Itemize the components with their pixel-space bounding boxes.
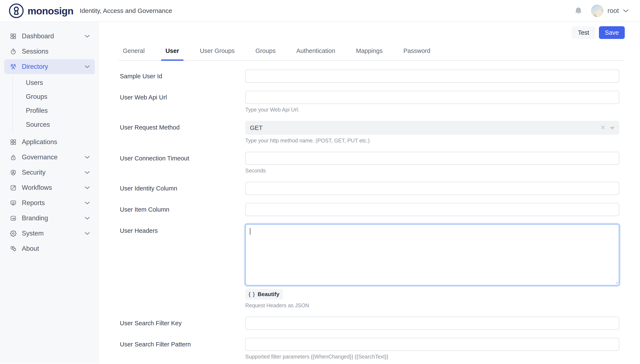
form-row: User Request Method GET ✕ Type your http… [119,121,619,144]
field-label: User Connection Timeout [119,152,245,162]
sidebar-item-label: Branding [22,214,48,222]
sidebar-item-branding[interactable]: Branding [4,211,95,226]
sidebar-item-workflows[interactable]: Workflows [4,180,95,195]
brand-tagline: Identity, Access and Governance [80,7,172,14]
sample-user-id-input[interactable] [245,70,619,83]
user-request-method-select[interactable]: GET ✕ [245,121,619,135]
field-label: User Request Method [119,121,245,131]
user-web-api-url-input[interactable] [245,91,619,104]
text-cursor [250,228,250,235]
form-row: User Web Api Url Type your Web Api Url. [119,91,619,113]
clear-icon[interactable]: ✕ [600,124,606,131]
sidebar-directory-subnav: Users Groups Profiles Sources [13,76,99,132]
form-row: User Identity Column [119,182,619,195]
stopwatch-icon [10,48,17,55]
test-button[interactable]: Test [571,26,595,39]
chevron-down-icon [85,202,90,204]
chevron-down-icon [85,35,90,38]
field-label: User Item Column [119,203,245,213]
user-item-column-input[interactable] [245,203,619,216]
chart-monitor-icon [10,200,17,206]
user-menu[interactable]: root [591,5,628,17]
sidebar-item-users[interactable]: Users [26,76,99,90]
field-helper: Type your http method name. (POST, GET, … [245,138,619,144]
sidebar-item-profiles[interactable]: Profiles [26,104,99,118]
user-identity-column-input[interactable] [245,182,619,195]
users-group-icon [10,64,17,70]
caret-down-icon [610,127,614,130]
avatar[interactable] [591,5,603,17]
sidebar-item-label: Applications [22,138,57,146]
user-search-filter-pattern-input[interactable] [245,338,619,351]
chevron-down-icon [85,186,90,189]
chevron-down-icon [623,9,628,12]
sidebar-item-system[interactable]: System [4,226,95,241]
sidebar: Dashboard Sessions Directory [0,22,99,364]
sidebar-item-security[interactable]: Security [4,165,95,180]
sidebar-item-groups[interactable]: Groups [26,90,99,104]
sidebar-subitem-label: Users [26,79,43,86]
sidebar-item-about[interactable]: About [4,241,95,256]
field-helper: Type your Web Api Url. [245,107,619,113]
field-label: Sample User Id [119,70,245,80]
form-row: User Headers { } Beautify Request Header… [119,224,619,308]
brand-name: monosign [28,5,74,17]
gear-icon [10,230,17,237]
sidebar-item-applications[interactable]: Applications [4,134,95,150]
form-row: User Search Filter Pattern Supported fil… [119,338,619,360]
sidebar-item-sources[interactable]: Sources [26,118,99,132]
user-search-filter-key-input[interactable] [245,316,619,330]
tab-authentication[interactable]: Authentication [292,44,339,61]
main-content: Test Save General User User Groups Group… [99,22,640,364]
dashboard-icon [10,33,17,40]
username: root [607,7,619,14]
tab-groups[interactable]: Groups [251,44,280,61]
monosign-keyhole-icon [9,3,24,18]
field-helper: Request Headers as JSON [245,302,619,308]
wand-icon [10,184,17,191]
form-row: User Search Filter Key [119,316,619,330]
beautify-button[interactable]: { } Beautify [245,289,283,300]
sidebar-item-label: Reports [22,199,45,207]
notifications-bell-icon[interactable] [574,6,583,15]
braces-icon: { } [249,291,255,298]
sidebar-item-label: Security [22,169,46,176]
sidebar-item-label: System [22,230,44,237]
sidebar-item-label: About [22,245,39,252]
sidebar-item-label: Governance [22,154,58,161]
brand-logo[interactable]: monosign Identity, Access and Governance [9,3,172,18]
top-bar-right: root [574,5,631,17]
tab-bar: General User User Groups Groups Authenti… [119,44,625,61]
user-connection-timeout-input[interactable] [245,152,619,165]
sidebar-subitem-label: Profiles [26,107,48,114]
sidebar-item-reports[interactable]: Reports [4,196,95,210]
tab-user[interactable]: User [161,44,183,61]
field-label: User Search Filter Key [119,316,245,327]
shield-user-icon [10,169,17,176]
sidebar-subitem-label: Groups [26,93,48,100]
sidebar-item-governance[interactable]: Governance [4,150,95,165]
sidebar-subitem-label: Sources [26,121,50,128]
field-label: User Headers [119,224,245,234]
save-button[interactable]: Save [599,26,625,39]
lock-icon [10,154,17,161]
tab-general[interactable]: General [119,44,149,61]
sidebar-item-label: Sessions [22,48,49,55]
top-bar: monosign Identity, Access and Governance… [0,0,640,22]
sidebar-item-label: Workflows [22,184,52,192]
select-value: GET [250,124,263,132]
tab-password[interactable]: Password [399,44,435,61]
sidebar-item-dashboard[interactable]: Dashboard [4,29,95,44]
user-headers-textarea[interactable] [245,224,619,286]
field-helper: Seconds [245,168,619,174]
chevron-down-icon [85,217,90,220]
apps-grid-icon [10,139,17,146]
field-helper: Supported filter parameters {{WhenChange… [245,354,619,360]
user-settings-form: Sample User Id User Web Api Url Type you… [119,70,625,364]
tab-mappings[interactable]: Mappings [352,44,387,61]
chevron-down-icon [85,232,90,235]
chevron-down-icon [85,65,90,68]
tab-user-groups[interactable]: User Groups [196,44,239,61]
sidebar-item-sessions[interactable]: Sessions [4,44,95,59]
sidebar-item-directory[interactable]: Directory [4,59,95,74]
